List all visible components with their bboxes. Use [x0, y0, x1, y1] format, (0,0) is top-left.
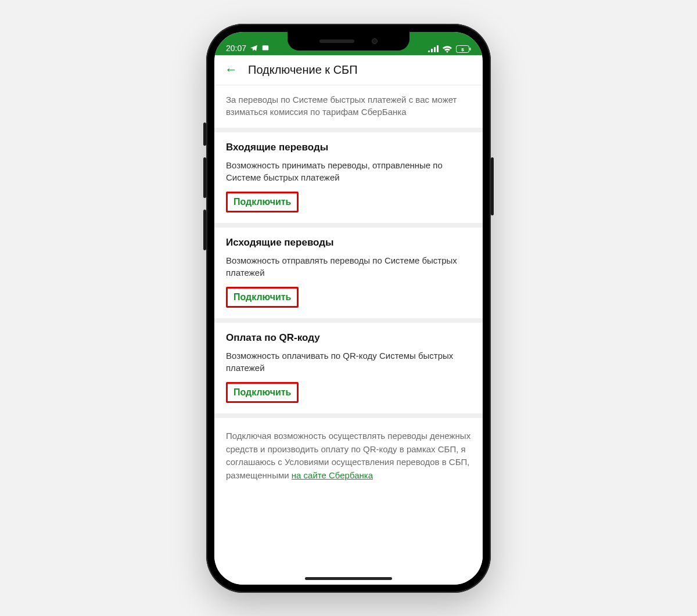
svg-rect-4 [437, 45, 439, 52]
phone-power-button [491, 157, 494, 215]
section-qr: Оплата по QR-коду Возможность оплачивать… [214, 318, 483, 413]
connect-outgoing-button[interactable]: Подключить [228, 289, 297, 306]
svg-text:$: $ [461, 46, 464, 52]
svg-rect-3 [434, 47, 436, 52]
battery-icon: $ [456, 45, 471, 53]
page-title: Подключение к СБП [248, 63, 358, 77]
disclaimer-link[interactable]: на сайте Сбербанка [292, 470, 373, 480]
phone-mute-switch [203, 123, 206, 146]
section-outgoing-title: Исходящие переводы [226, 237, 471, 248]
info-note: За переводы по Системе быстрых платежей … [214, 85, 483, 128]
signal-icon [428, 45, 439, 52]
telegram-icon [250, 44, 258, 52]
section-qr-title: Оплата по QR-коду [226, 332, 471, 344]
svg-rect-2 [431, 49, 433, 52]
message-icon [261, 44, 270, 52]
disclaimer-text: Подключая возможность осуществлять перев… [226, 430, 471, 482]
connect-incoming-button[interactable]: Подключить [228, 193, 297, 211]
highlight-qr: Подключить [226, 382, 299, 403]
highlight-outgoing: Подключить [226, 287, 299, 308]
home-indicator[interactable] [305, 577, 392, 580]
svg-rect-0 [263, 45, 269, 50]
section-outgoing: Исходящие переводы Возможность отправлят… [214, 223, 483, 318]
section-incoming-desc: Возможность принимать переводы, отправле… [226, 159, 471, 183]
content-scroll[interactable]: За переводы по Системе быстрых платежей … [214, 85, 483, 585]
section-incoming-title: Входящие переводы [226, 142, 471, 153]
back-arrow-icon[interactable]: ← [225, 63, 238, 76]
svg-rect-6 [470, 48, 471, 51]
phone-frame: 20:07 $ ← Подключение к СБП За переводы … [206, 24, 491, 593]
wifi-icon [442, 45, 452, 53]
section-outgoing-desc: Возможность отправлять переводы по Систе… [226, 254, 471, 279]
app-header: ← Подключение к СБП [214, 55, 483, 85]
highlight-incoming: Подключить [226, 192, 299, 212]
phone-screen: 20:07 $ ← Подключение к СБП За переводы … [214, 32, 483, 585]
disclaimer-section: Подключая возможность осуществлять перев… [214, 413, 483, 496]
status-time: 20:07 [226, 44, 246, 53]
phone-volume-up [203, 157, 206, 198]
section-incoming: Входящие переводы Возможность принимать … [214, 128, 483, 223]
phone-volume-down [203, 210, 206, 250]
connect-qr-button[interactable]: Подключить [228, 384, 297, 401]
section-qr-desc: Возможность оплачивать по QR-коду Систем… [226, 350, 471, 374]
phone-notch [288, 32, 409, 51]
svg-rect-1 [428, 51, 430, 52]
